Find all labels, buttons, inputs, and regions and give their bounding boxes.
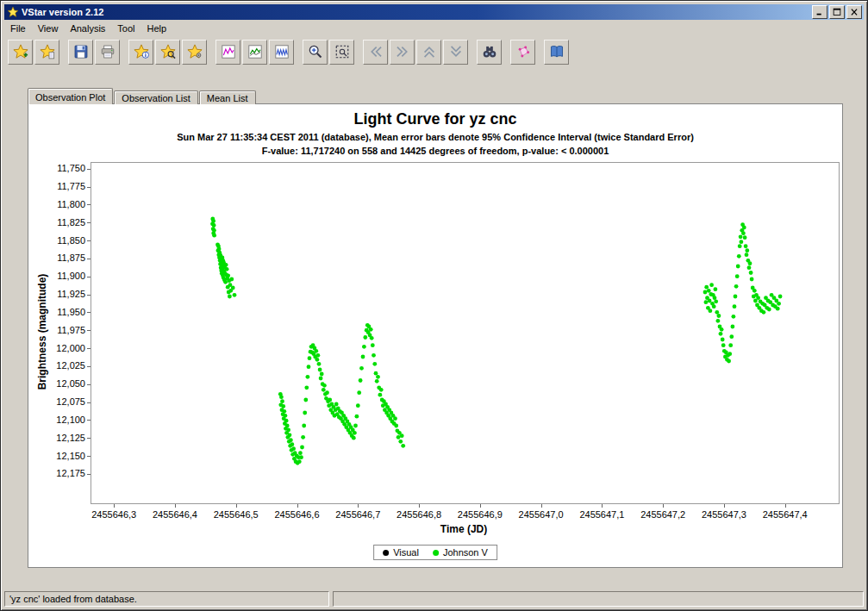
- y-tick-mark: [87, 240, 91, 241]
- x-tick-label: 2455647,4: [763, 509, 808, 521]
- observation-info-button[interactable]: [128, 40, 153, 65]
- y-tick-label: 11,825: [28, 217, 85, 228]
- save-icon: [73, 44, 89, 59]
- help-contents-button[interactable]: [544, 40, 569, 65]
- title-bar[interactable]: VStar version 2.12: [4, 4, 864, 20]
- zoom-in-button[interactable]: [303, 40, 328, 65]
- phase-plot-button[interactable]: [269, 40, 294, 65]
- new-star-from-database-button[interactable]: [8, 40, 33, 65]
- toolbar-separator: [537, 41, 544, 64]
- y-tick-mark: [87, 438, 91, 439]
- chart-subtitle-line2: F-value: 11,717240 on 558 and 14425 degr…: [28, 146, 842, 156]
- x-tick-mark: [541, 504, 542, 508]
- y-tick-mark: [87, 204, 91, 205]
- y-tick-mark: [87, 420, 91, 421]
- y-tick-mark: [87, 402, 91, 403]
- filter-button[interactable]: [477, 40, 502, 65]
- y-tick-mark: [87, 474, 91, 475]
- y-tick-mark: [87, 277, 91, 277]
- x-tick-label: 2455647,3: [702, 509, 746, 521]
- x-tick-label: 2455646,9: [458, 509, 503, 521]
- raw-plot-button[interactable]: [215, 40, 240, 65]
- y-tick-label: 12,175: [28, 468, 85, 479]
- toolbar-separator: [470, 41, 477, 64]
- legend-dot-johnson-v: [433, 550, 439, 556]
- pan-right-button[interactable]: [390, 40, 415, 65]
- x-tick-label: 2455646,8: [397, 509, 441, 521]
- pan-left-button[interactable]: [363, 40, 388, 65]
- status-bar: 'yz cnc' loaded from database.: [4, 591, 864, 607]
- maximize-button[interactable]: [829, 5, 845, 19]
- y-tick-mark: [87, 348, 91, 349]
- y-tick-label: 11,850: [28, 235, 85, 246]
- mean-plot-button[interactable]: [242, 40, 267, 65]
- y-tick-mark: [87, 456, 91, 457]
- y-tick-mark: [87, 259, 91, 259]
- chevrons-down-icon: [448, 44, 464, 59]
- book-icon: [549, 44, 565, 59]
- x-tick-label: 2455647,0: [519, 509, 564, 521]
- pan-down-button[interactable]: [443, 40, 468, 65]
- toolbar-separator: [61, 41, 68, 64]
- zoom-out-button[interactable]: [329, 40, 354, 65]
- y-tick-mark: [87, 330, 91, 331]
- star-search-button[interactable]: [155, 40, 180, 65]
- y-tick-label: 11,750: [28, 163, 85, 174]
- y-tick-label: 11,800: [28, 199, 85, 210]
- y-tick-mark: [87, 295, 91, 296]
- x-tick-label: 2455647,2: [640, 509, 685, 521]
- toolbar-separator: [209, 41, 215, 64]
- y-tick-label: 12,100: [28, 415, 85, 426]
- x-tick-label: 2455647,1: [579, 509, 624, 521]
- legend-label: Johnson V: [443, 547, 488, 558]
- print-icon: [100, 44, 116, 59]
- x-tick-mark: [785, 504, 786, 508]
- menu-file[interactable]: File: [4, 22, 32, 35]
- chevrons-right-icon: [395, 44, 410, 59]
- polygon-filter-button[interactable]: [510, 40, 535, 65]
- tab-observation-plot[interactable]: Observation Plot: [28, 88, 113, 104]
- menu-help[interactable]: Help: [141, 22, 173, 35]
- legend-label: Visual: [393, 547, 419, 558]
- maximize-icon: [831, 7, 843, 17]
- x-tick-mark: [297, 504, 298, 508]
- tab-row: Observation PlotObservation ListMean Lis…: [28, 88, 257, 104]
- x-tick-mark: [236, 504, 237, 508]
- y-tick-label: 12,075: [28, 396, 85, 408]
- print-button[interactable]: [95, 40, 120, 65]
- x-tick-mark: [358, 504, 359, 508]
- minimize-button[interactable]: [812, 5, 827, 19]
- x-tick-mark: [114, 504, 115, 508]
- save-button[interactable]: [68, 40, 93, 65]
- chart-mean-icon: [247, 44, 263, 59]
- x-tick-mark: [419, 504, 420, 508]
- y-tick-mark: [87, 222, 91, 223]
- star-search-icon: [160, 44, 176, 59]
- y-tick-label: 11,950: [28, 307, 85, 318]
- tab-observation-list[interactable]: Observation List: [114, 90, 197, 104]
- minimize-icon: [814, 7, 826, 17]
- observation-plot-panel: Light Curve for yz cnc Sun Mar 27 11:35:…: [28, 103, 843, 568]
- menu-analysis[interactable]: Analysis: [64, 22, 111, 35]
- chart-title: Light Curve for yz cnc: [28, 110, 842, 128]
- star-settings-button[interactable]: [182, 40, 207, 65]
- pan-up-button[interactable]: [416, 40, 441, 65]
- y-tick-mark: [87, 187, 91, 188]
- menu-bar: FileViewAnalysisToolHelp: [4, 20, 864, 37]
- star-info-icon: [134, 44, 149, 59]
- menu-tool[interactable]: Tool: [111, 22, 141, 35]
- status-message: 'yz cnc' loaded from database.: [4, 591, 329, 607]
- toolbar: [4, 37, 864, 66]
- status-cell-empty: [333, 591, 864, 607]
- scatter-points-icon: [515, 44, 531, 59]
- toolbar-separator: [356, 41, 363, 64]
- close-button[interactable]: [846, 5, 862, 19]
- close-icon: [848, 7, 860, 17]
- y-tick-mark: [87, 312, 91, 313]
- plot-area[interactable]: [91, 162, 840, 504]
- new-star-from-file-button[interactable]: [34, 40, 59, 65]
- star-file-icon: [40, 44, 55, 59]
- tab-mean-list[interactable]: Mean List: [199, 90, 256, 104]
- menu-view[interactable]: View: [32, 22, 65, 35]
- app-window: VStar version 2.12 FileViewAnalysisToolH…: [0, 0, 868, 611]
